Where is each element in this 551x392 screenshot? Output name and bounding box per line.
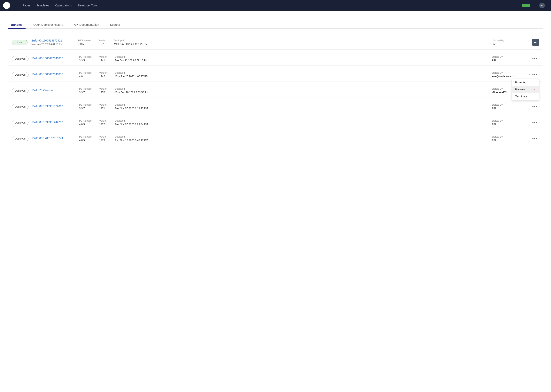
- dropdown-menu-3: Promote Preview ← Terminate: [512, 79, 539, 100]
- bundle-main-info-2: Build-83-1686697046857: [32, 57, 75, 61]
- deployed-field-2: Deployed Tue Jun 13 2023 6:59:10 PM: [115, 56, 147, 62]
- version-field-1: Version 1277: [98, 39, 106, 45]
- more-button-1[interactable]: ⋯: [532, 39, 539, 46]
- deployed-field-3: Deployed Mon Jun 26 2023 1:08:17 PM: [115, 71, 148, 78]
- version-field-7: Version 1273: [99, 135, 107, 142]
- version-field-5: Version 1271: [99, 104, 107, 110]
- started-by-3: Started By ●●●@washpost.com: [492, 71, 527, 78]
- dropdown-preview[interactable]: Preview ←: [512, 86, 539, 93]
- nav-developer-tools[interactable]: Developer Tools: [78, 4, 98, 7]
- user-menu[interactable]: FY: [535, 3, 548, 8]
- bundle-card-1: Live Build-90-1700513972921 Mon Nov 20 2…: [8, 35, 543, 49]
- status-badge-3: Deployed: [12, 72, 29, 77]
- version-field-6: Version 1272: [99, 119, 107, 126]
- more-button-6[interactable]: •••: [531, 120, 539, 126]
- pb-release-field-7: PB Release 4.0.5: [79, 135, 92, 142]
- navbar: Pages Templates Optimizations Developer …: [0, 0, 551, 11]
- nav-pages[interactable]: Pages: [23, 4, 30, 7]
- bundle-name-3[interactable]: Build-83-1686697046857: [32, 73, 75, 76]
- status-badge-2: Deployed: [12, 56, 29, 61]
- bundle-card-7: Deployed Build-86-1700167313774 PB Relea…: [8, 132, 543, 145]
- pb-release-field-5: PB Release 3.3.7: [79, 104, 92, 110]
- dropdown-promote[interactable]: Promote: [512, 79, 539, 86]
- bundle-name-6[interactable]: Build-85-1699381242293: [32, 121, 75, 124]
- more-button-5[interactable]: •••: [531, 104, 539, 110]
- tab-open-deployer-history[interactable]: Open Deployer History: [30, 21, 66, 29]
- version-field-2: Version 1241: [99, 56, 107, 62]
- page-content: Bundles Open Deployer History API Docume…: [0, 11, 551, 392]
- started-by-2: Started By API: [492, 56, 527, 62]
- pb-release-field-1: PB Release 4.0.5: [78, 39, 91, 45]
- more-button-7[interactable]: •••: [531, 136, 539, 142]
- deployed-field-4: Deployed Mon Sep 18 2023 2:33:58 PM: [115, 87, 149, 94]
- more-button-3[interactable]: •••: [531, 72, 539, 78]
- nav-links: Pages Templates Optimizations Developer …: [23, 4, 517, 7]
- bundle-name-5[interactable]: Build-84-1699381072060: [32, 105, 75, 108]
- bundle-card-2: Deployed Build-83-1686697046857 PB Relea…: [8, 52, 543, 65]
- bundle-main-info-4: Build-75-Oovvuu: [32, 89, 75, 92]
- status-badge-4: Deployed: [12, 88, 29, 93]
- pb-release-field-4: PB Release 3.3.7: [79, 87, 92, 94]
- version-field-4: Version 1270: [99, 87, 107, 94]
- bundle-name-2[interactable]: Build-83-1686697046857: [32, 57, 75, 60]
- bundle-date-1: Mon Nov 20 2023 4:01:53 PM: [31, 43, 74, 46]
- status-badge-1: Live: [12, 40, 28, 45]
- bundle-main-info-3: Build-83-1686697046857: [32, 73, 75, 77]
- pb-release-field-3: PB Release 4.0.1: [79, 71, 92, 78]
- dropdown-terminate[interactable]: Terminate: [512, 93, 539, 100]
- status-badge-5: Deployed: [12, 104, 29, 109]
- bundle-meta-4: PB Release 3.3.7 Version 1270 Deployed M…: [79, 87, 488, 94]
- nav-optimizations[interactable]: Optimizations: [55, 4, 72, 7]
- production-button[interactable]: [522, 4, 530, 7]
- tabs: Bundles Open Deployer History API Docume…: [8, 21, 543, 29]
- pb-release-field-2: PB Release 3.3.5: [79, 56, 92, 62]
- bundle-card-3: Deployed Build-83-1686697046857 PB Relea…: [8, 68, 543, 81]
- more-button-2[interactable]: •••: [531, 56, 539, 62]
- bundle-main-info-5: Build-84-1699381072060: [32, 105, 75, 109]
- app-logo[interactable]: [3, 2, 10, 9]
- deployed-field-6: Deployed Tue Nov 07 2023 1:23:04 PM: [115, 119, 148, 126]
- bundle-meta-7: PB Release 4.0.5 Version 1273 Deployed T…: [79, 135, 488, 142]
- nav-templates[interactable]: Templates: [37, 4, 49, 7]
- started-by-5: Started By API: [492, 104, 527, 110]
- started-by-1: Started By API: [493, 39, 528, 45]
- deployed-field-1: Deployed Mon Nov 20 2023 4:01:26 PM: [114, 39, 148, 45]
- bundle-main-info-7: Build-86-1700167313774: [32, 137, 75, 140]
- dropdown-container-3: ← ••• Promote Preview ← Terminate: [531, 72, 539, 78]
- pb-release-field-6: PB Release 4.0.5: [79, 119, 92, 126]
- tab-api-documentation[interactable]: API Documentation: [71, 21, 102, 29]
- started-by-7: Started By API: [492, 135, 527, 142]
- started-by-6: Started By API: [492, 119, 527, 126]
- version-field-3: Version 1242: [99, 71, 107, 78]
- deployed-field-7: Deployed Thu Nov 16 2023 3:43:47 PM: [115, 135, 148, 142]
- status-badge-6: Deployed: [12, 120, 29, 125]
- bundle-card-6: Deployed Build-85-1699381242293 PB Relea…: [8, 116, 543, 129]
- bundle-name-4[interactable]: Build-75-Oovvuu: [32, 89, 75, 92]
- status-badge-7: Deployed: [12, 136, 29, 141]
- red-arrow-preview: ←: [533, 88, 536, 91]
- bundle-meta-1: PB Release 4.0.5 Version 1277 Deployed M…: [78, 39, 489, 45]
- bundle-card-4: Deployed Build-75-Oovvuu PB Release 3.3.…: [8, 84, 543, 98]
- bundle-meta-5: PB Release 3.3.7 Version 1271 Deployed T…: [79, 104, 488, 110]
- bundle-name-1[interactable]: Build-90-1700513972921: [31, 39, 74, 42]
- user-avatar: FY: [539, 3, 545, 8]
- bundle-meta-6: PB Release 4.0.5 Version 1272 Deployed T…: [79, 119, 488, 126]
- bundle-main-info-1: Build-90-1700513972921 Mon Nov 20 2023 4…: [31, 39, 74, 46]
- tab-secrets[interactable]: Secrets: [107, 21, 123, 29]
- bundle-main-info-6: Build-85-1699381242293: [32, 121, 75, 125]
- tab-bundles[interactable]: Bundles: [8, 21, 26, 29]
- bundle-card-5: Deployed Build-84-1699381072060 PB Relea…: [8, 100, 543, 113]
- bundle-list: Live Build-90-1700513972921 Mon Nov 20 2…: [8, 35, 543, 145]
- bundle-meta-3: PB Release 4.0.1 Version 1242 Deployed M…: [79, 71, 488, 78]
- deployed-field-5: Deployed Tue Nov 07 2023 1:19:40 PM: [115, 104, 148, 110]
- bundle-meta-2: PB Release 3.3.5 Version 1241 Deployed T…: [79, 56, 488, 62]
- bundle-name-7[interactable]: Build-86-1700167313774: [32, 137, 75, 140]
